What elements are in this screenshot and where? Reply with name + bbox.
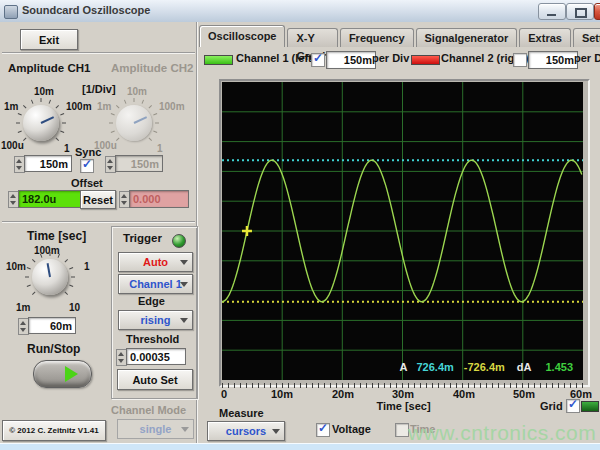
- trigger-source-value: Channel 1: [129, 278, 182, 290]
- knob-tick: [50, 252, 51, 256]
- amplitude-ch2-title: Amplitude CH2: [111, 62, 193, 74]
- tab-extras[interactable]: Extras: [519, 28, 571, 47]
- channel1-color-swatch: [204, 55, 233, 65]
- knob-tick: [60, 113, 64, 115]
- cursor-b-value: -726.4m: [464, 361, 505, 373]
- x-tick: 20m: [332, 388, 354, 400]
- trigger-title: Trigger: [123, 232, 162, 244]
- knob-tick: [71, 277, 75, 278]
- measure-mode-dropdown[interactable]: cursors: [207, 421, 285, 441]
- knob-tick: [155, 123, 159, 124]
- time-title: Time [sec]: [27, 229, 86, 243]
- tab-settings[interactable]: Settings: [573, 28, 600, 47]
- scope-plot-frame: A 726.4m -726.4m dA 1.453: [219, 79, 590, 387]
- offset-reset-button[interactable]: Reset: [80, 190, 116, 209]
- tab-frequency[interactable]: Frequency: [340, 28, 414, 47]
- knob-tick: [124, 100, 126, 104]
- knob-tick: [148, 137, 152, 141]
- knob-tick: [31, 100, 33, 104]
- knob-tick: [58, 254, 60, 258]
- knob-tick: [40, 254, 42, 258]
- knob-tick: [32, 259, 36, 263]
- channel1-enable-checkbox[interactable]: [311, 53, 325, 67]
- cursor-measurement-row: A 726.4m -726.4m dA 1.453: [400, 361, 573, 373]
- knob-tick: [64, 291, 68, 295]
- knob-tick: [64, 259, 68, 263]
- knob-tick: [116, 105, 120, 109]
- minimize-button[interactable]: [538, 3, 566, 20]
- time-measure-checkbox[interactable]: [395, 423, 409, 437]
- threshold-value[interactable]: 0.00035: [126, 348, 186, 365]
- x-axis-tick-labels: 0 10m 20m 30m 40m 50m 60m: [222, 388, 585, 400]
- edge-label: Edge: [138, 295, 165, 307]
- channel2-per-div-value[interactable]: 150m: [528, 51, 578, 69]
- trigger-led-indicator: [172, 234, 186, 248]
- knob-tick: [148, 105, 152, 109]
- offset-label: Offset: [71, 177, 103, 189]
- auto-set-button[interactable]: Auto Set: [117, 369, 193, 390]
- knob-tick: [69, 285, 73, 287]
- x-tick: 30m: [392, 388, 414, 400]
- separator: [2, 52, 195, 54]
- knob-face: [32, 259, 68, 295]
- x-tick: 0: [221, 388, 227, 400]
- cursor-a-value: 726.4m: [417, 361, 454, 373]
- trigger-edge-value: rising: [141, 314, 171, 326]
- separator: [2, 221, 195, 223]
- knob-tick: [153, 131, 157, 133]
- x-axis-title: Time [sec]: [222, 400, 585, 412]
- channel-mode-dropdown: single: [117, 419, 194, 439]
- trigger-source-dropdown[interactable]: Channel 1: [118, 274, 193, 294]
- channel1-per-div-label: per Div: [372, 52, 409, 64]
- ch2-dial-label-100m: 100m: [159, 101, 185, 112]
- x-tick: 40m: [453, 388, 475, 400]
- scope-waveform-svg: [222, 82, 583, 380]
- ch2-amplitude-value: 150m: [115, 155, 163, 172]
- sync-checkbox[interactable]: [80, 159, 94, 173]
- tab-signalgenerator[interactable]: Signalgenerator: [416, 28, 518, 47]
- knob-tick: [16, 123, 20, 124]
- time-knob[interactable]: [22, 249, 78, 305]
- knob-tick: [142, 100, 144, 104]
- x-tick: 10m: [271, 388, 293, 400]
- run-stop-toggle[interactable]: [33, 360, 92, 388]
- per-div-unit-label: [1/Div]: [82, 83, 116, 95]
- play-icon: [65, 366, 78, 382]
- knob-tick: [111, 131, 115, 133]
- maximize-button[interactable]: [566, 3, 594, 20]
- knob-tick: [18, 113, 22, 115]
- app-icon: [4, 5, 18, 19]
- channel-mode-label: Channel Mode: [111, 404, 186, 416]
- minimize-icon: [547, 14, 556, 16]
- amplitude-ch1-title: Amplitude CH1: [8, 62, 90, 74]
- time-dial-label-1: 1: [84, 261, 90, 272]
- time-value[interactable]: 60m: [28, 317, 76, 334]
- ch1-amplitude-value[interactable]: 150m: [24, 155, 72, 172]
- version-button[interactable]: © 2012 C. Zeitnitz V1.41: [2, 420, 106, 441]
- window-body: Exit Amplitude CH1 Amplitude CH2 [1/Div]…: [0, 22, 600, 443]
- grid-label: Grid: [540, 400, 563, 412]
- chevron-down-icon: [180, 260, 188, 265]
- tab-oscilloscope[interactable]: Oscilloscope: [199, 25, 285, 47]
- close-button[interactable]: [594, 3, 600, 20]
- voltage-checkbox[interactable]: [316, 423, 330, 437]
- knob-tick: [111, 113, 115, 115]
- channel1-per-div-value[interactable]: 150m: [326, 51, 376, 69]
- measure-mode-value: cursors: [226, 425, 266, 437]
- threshold-label: Threshold: [126, 333, 179, 345]
- offset-ch1-value[interactable]: 182.0u: [18, 190, 82, 208]
- exit-button[interactable]: Exit: [20, 29, 78, 50]
- channel-mode-value: single: [140, 423, 172, 435]
- knob-tick: [116, 137, 120, 141]
- tab-xy-graph[interactable]: X-Y Graph: [287, 28, 337, 47]
- grid-checkbox[interactable]: [566, 399, 580, 413]
- knob-tick: [55, 105, 59, 109]
- offset-ch2-value: 0.000: [129, 190, 189, 208]
- channel2-per-div-label: per Div: [574, 52, 600, 64]
- chevron-down-icon: [180, 282, 188, 287]
- trigger-edge-dropdown[interactable]: rising: [118, 310, 193, 330]
- knob-tick: [23, 137, 27, 141]
- trigger-mode-dropdown[interactable]: Auto: [118, 252, 193, 272]
- channel2-enable-checkbox[interactable]: [513, 53, 527, 67]
- amplitude-ch1-knob[interactable]: [13, 95, 69, 151]
